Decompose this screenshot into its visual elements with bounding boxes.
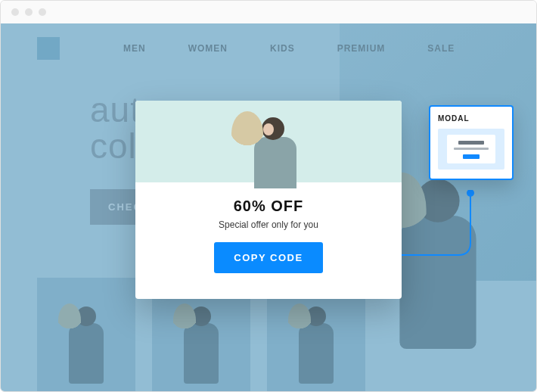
modal-body: 60% OFF Special offer only for you COPY … (135, 182, 402, 290)
copy-code-button[interactable]: COPY CODE (214, 242, 322, 273)
browser-window: MEN WOMEN KIDS PREMIUM SALE autumn colle… (0, 0, 537, 392)
preview-line-icon (454, 148, 489, 150)
modal-type-badge[interactable]: MODAL (429, 105, 514, 180)
person-illustration (227, 107, 310, 182)
badge-preview-inner (447, 135, 495, 163)
badge-preview (438, 129, 504, 170)
window-control-dot[interactable] (39, 8, 46, 16)
window-control-dot[interactable] (11, 8, 19, 16)
preview-line-icon (458, 141, 484, 145)
preview-button-icon (463, 154, 480, 159)
window-titlebar (1, 1, 536, 23)
window-control-dot[interactable] (25, 8, 33, 16)
badge-label: MODAL (438, 114, 504, 123)
promo-modal: 60% OFF Special offer only for you COPY … (135, 101, 402, 299)
modal-headline: 60% OFF (151, 198, 386, 215)
modal-hero-image (135, 101, 402, 182)
modal-subtext: Special offer only for you (151, 219, 386, 230)
